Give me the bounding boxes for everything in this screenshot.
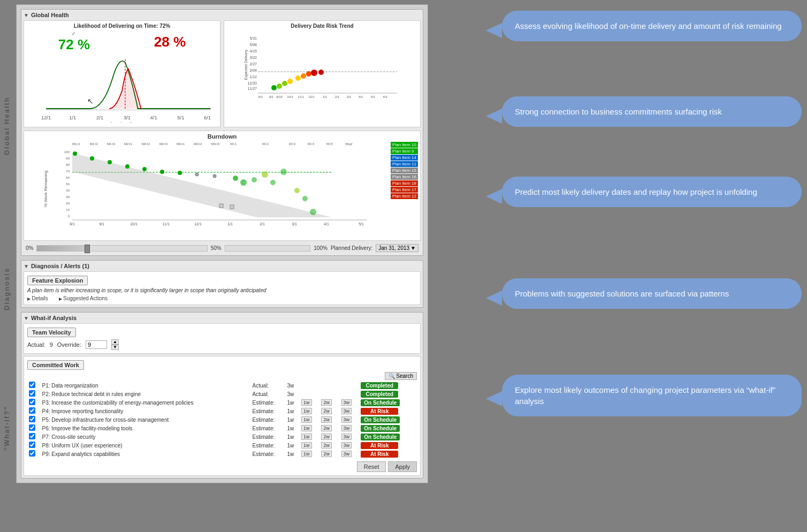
burndown-title: Burndown: [26, 133, 418, 140]
week-btn[interactable]: 1w: [301, 442, 312, 449]
week-btn[interactable]: 2w: [321, 408, 332, 414]
svg-rect-92: [230, 205, 234, 209]
row-checkbox[interactable]: [29, 433, 35, 439]
spinner-down-btn[interactable]: ▼: [111, 345, 119, 350]
row-checkbox[interactable]: [29, 450, 35, 457]
svg-point-89: [302, 196, 308, 201]
svg-text:M1:I1: M1:I1: [72, 142, 81, 146]
row-type: Estimate:: [251, 441, 286, 450]
reset-button[interactable]: Reset: [357, 461, 386, 472]
progress-fill: [37, 246, 88, 251]
row-checkbox[interactable]: [29, 399, 35, 405]
week-btn[interactable]: 1w: [301, 425, 312, 431]
table-row: P6: Improve the facility-modeling toolsE…: [27, 424, 417, 432]
row-checkbox[interactable]: [29, 424, 35, 431]
svg-text:6/1: 6/1: [383, 95, 388, 98]
svg-text:5/31: 5/31: [249, 36, 257, 40]
status-badge: Completed: [361, 382, 398, 389]
search-btn[interactable]: 🔍 Search: [385, 372, 417, 380]
week-btn[interactable]: 3w: [341, 408, 352, 414]
callout-4: Problems with suggested solutions are su…: [502, 278, 802, 309]
row-checkbox[interactable]: [29, 442, 35, 448]
spinner-up-btn[interactable]: ▲: [111, 339, 119, 345]
team-velocity-box: Team Velocity Actual: 9 Override: ▲ ▼: [24, 323, 421, 354]
svg-text:M3:I2: M3:I2: [194, 142, 202, 146]
svg-text:12/1: 12/1: [41, 115, 51, 120]
week-btn[interactable]: 1w: [301, 451, 312, 457]
callout-3-text: Predict most likely delivery dates and r…: [515, 187, 757, 196]
week-btn[interactable]: 2w: [321, 399, 332, 406]
delivery-date-btn[interactable]: Jan 31, 2013 ▼: [376, 244, 418, 252]
row-checkbox[interactable]: [29, 416, 35, 422]
delivery-date-text: Jan 31, 2013: [378, 245, 409, 251]
svg-text:6/1: 6/1: [204, 115, 211, 120]
legend-item-8: Plan Item 17: [391, 187, 418, 193]
row-checkbox[interactable]: [29, 382, 35, 388]
week-btn[interactable]: 2w: [321, 425, 332, 431]
table-row: P7: Cross-site securityEstimate:1w1w2w3w…: [27, 432, 417, 441]
svg-point-76: [125, 164, 130, 169]
week-btn[interactable]: 1w: [301, 434, 312, 440]
svg-text:RC3: RC3: [289, 142, 296, 146]
status-badge: On Schedule: [361, 399, 400, 406]
week-btn[interactable]: 3w: [341, 451, 352, 457]
week-btn[interactable]: 3w: [341, 416, 352, 423]
week-btn[interactable]: 3w: [341, 442, 352, 449]
row-name: P3: Increase the customizability of ener…: [40, 398, 250, 407]
svg-text:80: 80: [66, 163, 70, 166]
week-btn[interactable]: 1w: [301, 408, 312, 414]
svg-rect-91: [219, 204, 223, 208]
details-link[interactable]: Details: [27, 295, 48, 301]
row-checkbox-cell: [27, 390, 40, 398]
week-btn[interactable]: 3w: [341, 434, 352, 440]
row-name: P2: Reduce technical debt in rules engin…: [40, 390, 250, 398]
sidebar-label-diagnosis: Diagnosis: [3, 257, 11, 321]
row-checkbox[interactable]: [29, 390, 35, 397]
row-status: At Risk: [359, 407, 417, 415]
row-type: Actual:: [251, 381, 286, 390]
svg-text:10: 10: [66, 208, 70, 211]
svg-text:Ship!: Ship!: [345, 142, 353, 146]
svg-text:50: 50: [66, 183, 70, 186]
global-health-section: ▼ Global Health Likelihood of Delivering…: [21, 9, 423, 256]
callout-5: Explore most likely outcomes of changing…: [502, 375, 802, 416]
svg-text:M3:I1: M3:I1: [177, 142, 185, 146]
svg-text:100: 100: [64, 150, 70, 154]
progress-thumb[interactable]: [85, 245, 90, 253]
svg-text:2/04: 2/04: [249, 69, 257, 72]
apply-button[interactable]: Apply: [388, 461, 417, 472]
global-health-title: Global Health: [31, 12, 69, 18]
svg-text:3/1: 3/1: [292, 222, 297, 226]
committed-work-box: Committed Work 🔍 Search P1: Data reorgan…: [24, 356, 421, 476]
svg-point-80: [195, 173, 199, 176]
row-est: 1w: [285, 450, 299, 458]
svg-text:M1:I2: M1:I2: [90, 142, 98, 146]
week-btn[interactable]: 2w: [321, 434, 332, 440]
progress-bar[interactable]: [36, 245, 207, 252]
svg-text:3/1: 3/1: [347, 95, 352, 98]
svg-point-77: [142, 167, 147, 171]
svg-text:Expected Delivery: Expected Delivery: [244, 49, 248, 80]
svg-text:4/1: 4/1: [324, 222, 329, 226]
svg-text:0: 0: [68, 215, 70, 218]
svg-text:4/1: 4/1: [359, 95, 363, 98]
row-checkbox[interactable]: [29, 407, 35, 414]
week-btn[interactable]: 3w: [341, 399, 352, 406]
svg-point-21: [271, 85, 277, 90]
week-btn[interactable]: 2w: [321, 451, 332, 457]
week-btn[interactable]: 2w: [321, 416, 332, 423]
collapse-arrow-whatif[interactable]: ▼: [24, 315, 29, 321]
collapse-arrow-gh[interactable]: ▼: [24, 12, 29, 18]
collapse-arrow-diag[interactable]: ▼: [24, 263, 29, 269]
override-input[interactable]: [86, 340, 107, 349]
week-btn[interactable]: 1w: [301, 416, 312, 423]
svg-text:12/20: 12/20: [247, 81, 257, 85]
progress-bar-2[interactable]: [225, 245, 311, 252]
svg-text:3/1: 3/1: [124, 115, 131, 120]
svg-text:M2:I2: M2:I2: [142, 142, 150, 146]
week-btn[interactable]: 3w: [341, 425, 352, 431]
week-btn[interactable]: 1w: [301, 399, 312, 406]
week-btn[interactable]: 2w: [321, 442, 332, 449]
actions-link[interactable]: Suggested Actions: [59, 295, 108, 301]
row-week-cell: [319, 390, 339, 398]
